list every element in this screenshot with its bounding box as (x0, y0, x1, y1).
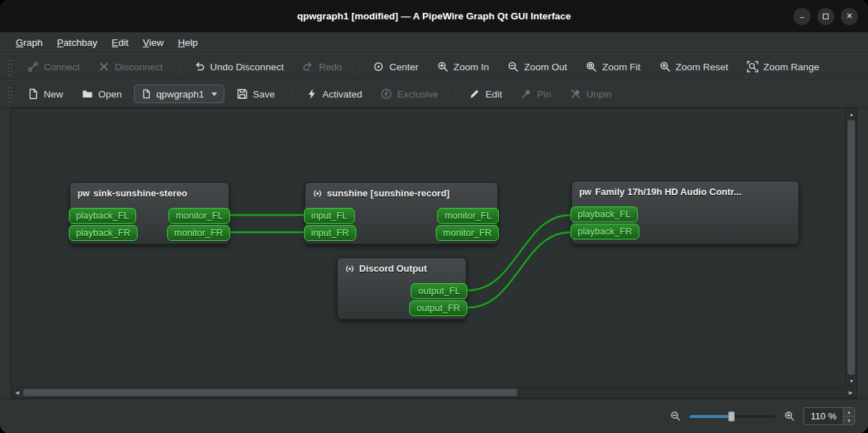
undo-icon (194, 61, 205, 72)
port-input[interactable]: playback_FR (571, 224, 639, 239)
menu-view[interactable]: View (135, 34, 171, 51)
statusbar-separator (661, 408, 662, 425)
port-output[interactable]: monitor_FR (167, 225, 230, 241)
menu-patchbay[interactable]: Patchbay (50, 34, 105, 51)
menubar: Graph Patchbay Edit View Help (0, 32, 868, 53)
zoom-in-small-icon (784, 411, 795, 422)
port-input[interactable]: playback_FL (69, 208, 136, 224)
new-button[interactable]: New (21, 85, 70, 103)
save-button[interactable]: Save (230, 85, 282, 103)
zoom-reset-button[interactable]: Zoom Reset (653, 57, 735, 76)
horizontal-scroll-thumb[interactable] (23, 389, 518, 396)
zoom-reset-label: Zoom Reset (676, 62, 729, 72)
maximize-button[interactable] (817, 8, 834, 25)
disconnect-button[interactable]: Disconnect (92, 57, 169, 76)
port-input[interactable]: input_FR (304, 225, 356, 241)
spin-up-button[interactable]: ▲ (844, 408, 854, 416)
chevron-down-icon (211, 92, 217, 96)
node-title: sunshine [sunshine-record] (305, 183, 497, 199)
open-button[interactable]: Open (75, 85, 128, 103)
vertical-scrollbar[interactable]: ▲ ▼ (845, 108, 857, 386)
graph-toolbar: Connect Disconnect Undo Disconnect Redo (0, 53, 868, 80)
scroll-down-arrow[interactable]: ▼ (846, 375, 857, 386)
activated-label: Activated (323, 89, 363, 100)
toolbar-separator (357, 59, 358, 75)
scroll-right-arrow[interactable]: ▶ (845, 387, 857, 399)
activated-bolt-icon (306, 88, 318, 100)
zoom-fit-label: Zoom Fit (602, 62, 640, 72)
pin-button[interactable]: Pin (514, 85, 558, 103)
graph-canvas-frame: pw sink-sunshine-stereo playback_FL play… (11, 108, 857, 399)
node-title: Discord Output (338, 258, 466, 274)
port-input[interactable]: playback_FR (69, 225, 138, 241)
zoom-fit-button[interactable]: Zoom Fit (579, 57, 647, 76)
minimize-button[interactable]: – (793, 8, 811, 25)
port-output[interactable]: monitor_FL (437, 208, 499, 224)
connect-icon (27, 61, 39, 72)
spin-down-button[interactable]: ▼ (844, 416, 854, 424)
menu-edit[interactable]: Edit (105, 34, 135, 51)
scroll-left-arrow[interactable]: ◀ (11, 387, 23, 399)
titlebar[interactable]: qpwgraph1 [modified] — A PipeWire Graph … (0, 0, 868, 32)
edit-label: Edit (485, 89, 502, 100)
scroll-up-arrow[interactable]: ▲ (846, 108, 857, 120)
disconnect-icon (98, 61, 110, 72)
unpin-label: Unpin (586, 89, 611, 100)
zoom-out-icon (507, 61, 519, 72)
exclusive-button[interactable]: Exclusive (374, 85, 444, 103)
toolbar-grip[interactable] (7, 58, 12, 75)
port-input[interactable]: playback_FL (571, 206, 638, 222)
file-toolbar: New Open qpwgraph1 Save Act (0, 80, 868, 108)
close-icon: ✕ (846, 11, 852, 21)
unpin-icon (570, 88, 581, 100)
port-output[interactable]: output_FL (411, 283, 467, 299)
zoom-slider-handle[interactable] (728, 411, 735, 422)
connect-label: Connect (44, 62, 80, 72)
toolbar-separator (453, 86, 454, 102)
zoom-out-small-icon (670, 411, 681, 422)
menu-graph[interactable]: Graph (9, 34, 50, 51)
zoom-in-button[interactable]: Zoom In (431, 57, 496, 76)
vertical-scroll-thumb[interactable] (847, 120, 855, 375)
minimize-icon: – (800, 12, 804, 21)
zoom-range-button[interactable]: Zoom Range (740, 57, 826, 76)
port-input[interactable]: input_FL (304, 208, 355, 224)
zoom-percent-spinbox[interactable]: 110 % ▲ ▼ (803, 407, 855, 425)
toolbar-separator (178, 59, 178, 75)
port-output[interactable]: output_FR (409, 300, 467, 316)
center-button[interactable]: Center (366, 57, 425, 76)
port-output[interactable]: monitor_FL (168, 208, 230, 224)
redo-button[interactable]: Redo (296, 57, 348, 76)
toolbar-grip[interactable] (7, 85, 12, 103)
window-title: qpwgraph1 [modified] — A PipeWire Graph … (0, 11, 868, 22)
node-title-text: Discord Output (359, 263, 427, 274)
zoom-slider[interactable] (690, 411, 776, 422)
zoom-in-icon (437, 61, 449, 72)
disconnect-label: Disconnect (115, 62, 163, 72)
redo-icon (302, 61, 314, 72)
toolbar-separator (290, 86, 291, 102)
node-title: pw sink-sunshine-stereo (70, 183, 229, 199)
unpin-button[interactable]: Unpin (563, 85, 618, 103)
close-button[interactable]: ✕ (841, 8, 858, 25)
edit-button[interactable]: Edit (462, 85, 508, 103)
exclusive-label: Exclusive (397, 89, 438, 100)
patchbay-selector[interactable]: qpwgraph1 (134, 85, 224, 103)
patchbay-selector-value: qpwgraph1 (156, 89, 204, 100)
node-sink-sunshine-stereo[interactable]: pw sink-sunshine-stereo playback_FL play… (70, 182, 229, 244)
horizontal-scrollbar[interactable]: ◀ ▶ (11, 386, 857, 398)
activated-button[interactable]: Activated (300, 85, 369, 103)
node-sunshine-record[interactable]: sunshine [sunshine-record] input_FL inpu… (305, 182, 498, 244)
connect-button[interactable]: Connect (21, 57, 86, 76)
menu-help[interactable]: Help (171, 34, 205, 51)
redo-label: Redo (319, 62, 342, 72)
node-discord-output[interactable]: Discord Output output_FL output_FR (337, 257, 467, 320)
zoom-out-button[interactable]: Zoom Out (501, 57, 573, 76)
node-family-hd-audio[interactable]: pw Family 17h/19h HD Audio Contr... play… (571, 181, 799, 244)
graph-canvas[interactable]: pw sink-sunshine-stereo playback_FL play… (11, 108, 845, 386)
open-label: Open (98, 89, 122, 100)
port-output[interactable]: monitor_FR (436, 225, 499, 241)
undo-disconnect-button[interactable]: Undo Disconnect (187, 57, 290, 76)
pipewire-icon: pw (77, 189, 89, 199)
pin-label: Pin (537, 89, 551, 100)
